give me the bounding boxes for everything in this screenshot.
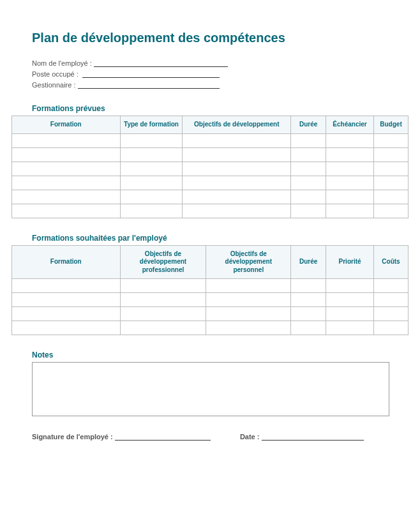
table-cell[interactable] xyxy=(326,176,374,190)
table-cell[interactable] xyxy=(12,293,121,307)
manager-blank[interactable] xyxy=(78,82,220,89)
employee-name-blank[interactable] xyxy=(94,61,228,67)
signature-blank[interactable] xyxy=(115,434,211,441)
th2-prof-obj: Objectifs de développement professionnel xyxy=(120,245,206,279)
table-cell[interactable] xyxy=(12,279,121,293)
table-row xyxy=(12,162,409,176)
table-cell[interactable] xyxy=(183,204,291,218)
table-cell[interactable] xyxy=(120,190,183,204)
table-cell[interactable] xyxy=(291,293,326,307)
table-cell[interactable] xyxy=(183,147,291,162)
table-cell[interactable] xyxy=(291,133,326,147)
th-budget: Budget xyxy=(374,116,409,134)
table-cell[interactable] xyxy=(326,147,374,162)
table-cell[interactable] xyxy=(326,162,374,176)
table-cell[interactable] xyxy=(12,321,121,335)
date-blank[interactable] xyxy=(262,434,364,441)
table-cell[interactable] xyxy=(326,321,374,335)
table-cell[interactable] xyxy=(291,279,326,293)
table-cell[interactable] xyxy=(291,321,326,335)
th2-costs: Coûts xyxy=(374,245,409,279)
th2-priority: Priorité xyxy=(326,245,374,279)
table-cell[interactable] xyxy=(120,147,183,162)
table-cell[interactable] xyxy=(12,176,121,190)
table-cell[interactable] xyxy=(12,133,121,147)
table-cell[interactable] xyxy=(12,204,121,218)
employee-name-field: Nom de l'employé : xyxy=(32,59,409,67)
table-cell[interactable] xyxy=(206,321,291,335)
section-heading-planned: Formations prévues xyxy=(32,104,409,113)
table-cell[interactable] xyxy=(183,162,291,176)
notes-box[interactable] xyxy=(32,362,389,416)
table-cell[interactable] xyxy=(326,133,374,147)
th-objectives: Objectifs de développement xyxy=(183,116,291,134)
table-cell[interactable] xyxy=(374,293,409,307)
table-cell[interactable] xyxy=(183,176,291,190)
manager-label: Gestionnaire : xyxy=(32,81,75,89)
table-cell[interactable] xyxy=(374,190,409,204)
table-cell[interactable] xyxy=(326,293,374,307)
position-label: Poste occupé : xyxy=(32,70,79,78)
table-row xyxy=(12,133,409,147)
table-cell[interactable] xyxy=(326,204,374,218)
footer-line: Signature de l'employé : Date : xyxy=(32,433,409,441)
table-cell[interactable] xyxy=(183,133,291,147)
table-cell[interactable] xyxy=(12,190,121,204)
table-cell[interactable] xyxy=(291,162,326,176)
table-cell[interactable] xyxy=(12,147,121,162)
employee-name-label: Nom de l'employé : xyxy=(32,59,92,67)
table-cell[interactable] xyxy=(291,307,326,321)
table-row xyxy=(12,147,409,162)
table-row xyxy=(12,176,409,190)
table-cell[interactable] xyxy=(326,307,374,321)
position-blank[interactable] xyxy=(82,72,220,78)
table-cell[interactable] xyxy=(291,176,326,190)
th2-duration: Durée xyxy=(291,245,326,279)
table-cell[interactable] xyxy=(374,162,409,176)
table-cell[interactable] xyxy=(206,293,291,307)
table-cell[interactable] xyxy=(120,321,206,335)
table-cell[interactable] xyxy=(374,204,409,218)
signature-label: Signature de l'employé : xyxy=(32,433,113,441)
th-duration: Durée xyxy=(291,116,326,134)
table-cell[interactable] xyxy=(120,204,183,218)
table-cell[interactable] xyxy=(326,190,374,204)
table-cell[interactable] xyxy=(12,307,121,321)
table-cell[interactable] xyxy=(120,133,183,147)
table-row xyxy=(12,293,409,307)
table-cell[interactable] xyxy=(183,190,291,204)
position-field: Poste occupé : xyxy=(32,70,409,78)
table-cell[interactable] xyxy=(120,279,206,293)
table-cell[interactable] xyxy=(374,321,409,335)
th2-formation: Formation xyxy=(12,245,121,279)
table-cell[interactable] xyxy=(326,279,374,293)
table-cell[interactable] xyxy=(206,279,291,293)
th-schedule: Échéancier xyxy=(326,116,374,134)
table-cell[interactable] xyxy=(374,133,409,147)
table-row xyxy=(12,190,409,204)
table-cell[interactable] xyxy=(291,204,326,218)
table-row xyxy=(12,279,409,293)
planned-trainings-table: Formation Type de formation Objectifs de… xyxy=(11,116,409,218)
table-cell[interactable] xyxy=(374,176,409,190)
page-title: Plan de développement des compétences xyxy=(32,31,409,45)
th-type: Type de formation xyxy=(120,116,183,134)
table-row xyxy=(12,321,409,335)
table-cell[interactable] xyxy=(120,307,206,321)
manager-field: Gestionnaire : xyxy=(32,81,409,89)
section-heading-desired: Formations souhaitées par l'employé xyxy=(32,234,409,243)
desired-trainings-table: Formation Objectifs de développement pro… xyxy=(11,245,409,336)
table-cell[interactable] xyxy=(120,162,183,176)
table-cell[interactable] xyxy=(291,147,326,162)
table-row xyxy=(12,307,409,321)
table-cell[interactable] xyxy=(206,307,291,321)
table-cell[interactable] xyxy=(374,147,409,162)
date-label: Date : xyxy=(240,433,260,441)
table-cell[interactable] xyxy=(12,162,121,176)
table-cell[interactable] xyxy=(374,279,409,293)
table-cell[interactable] xyxy=(120,176,183,190)
table-cell[interactable] xyxy=(120,293,206,307)
table-cell[interactable] xyxy=(374,307,409,321)
table-cell[interactable] xyxy=(291,190,326,204)
th2-pers-obj: Objectifs de développement personnel xyxy=(206,245,291,279)
